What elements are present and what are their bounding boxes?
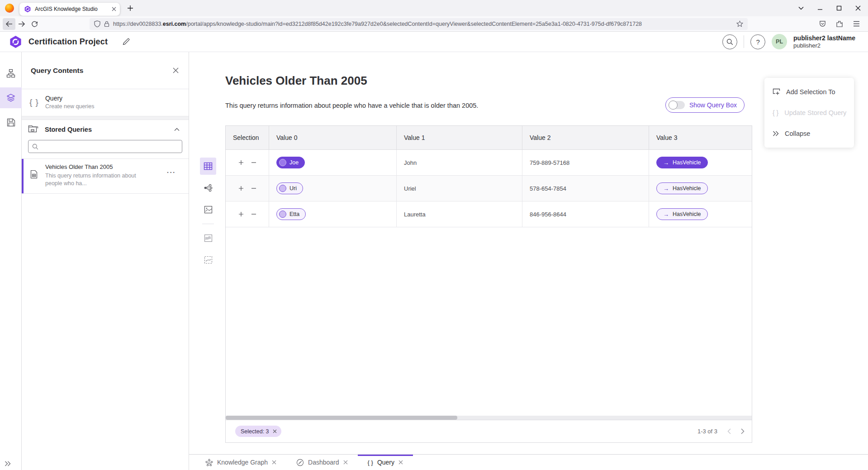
remove-from-selection-minus-icon[interactable]	[251, 211, 256, 217]
add-to-selection-plus-icon[interactable]	[238, 211, 244, 217]
rail-item-saved[interactable]	[0, 112, 22, 133]
user-subtitle: publisher2	[793, 42, 855, 49]
panel-close-icon[interactable]	[173, 67, 179, 73]
tab-label: Knowledge Graph	[217, 459, 268, 466]
stored-query-item[interactable]: Vehicles Older Than 2005 This query retu…	[22, 158, 189, 194]
entity-pill[interactable]: Joe	[276, 157, 305, 168]
query-item[interactable]: { } Query Create new queries	[22, 89, 189, 116]
tab-dashboard[interactable]: Dashboard	[286, 455, 358, 470]
add-to-selection-plus-icon[interactable]	[238, 160, 244, 165]
hierarchy-icon	[6, 69, 15, 78]
table-empty-area	[226, 227, 752, 416]
main-content: Vehicles Older Than 2005 This query retu…	[189, 52, 868, 454]
menu-hamburger-icon[interactable]	[853, 21, 860, 27]
link-analysis-icon	[204, 184, 213, 192]
pocket-save-icon[interactable]	[819, 20, 826, 27]
clear-selection-icon[interactable]	[273, 429, 277, 433]
relationship-pill-label: HasVehicle	[673, 185, 701, 192]
relationship-pill[interactable]: → HasVehicle	[656, 157, 708, 168]
new-tab-button[interactable]	[127, 5, 133, 11]
url-bar[interactable]: https://dev0028833.esri.com/portal/apps/…	[90, 18, 748, 30]
stored-queries-title: Stored Queries	[45, 126, 174, 133]
header-divider	[744, 35, 744, 48]
tab-close-icon[interactable]	[272, 460, 276, 465]
selected-count-label: Selected: 3	[241, 428, 269, 435]
layers-icon	[6, 93, 15, 102]
selection-map-icon	[204, 256, 213, 264]
relationship-arrow-icon: →	[663, 159, 669, 166]
forward-button[interactable]	[15, 18, 28, 30]
window-close-button[interactable]	[855, 5, 861, 11]
window-minimize-button[interactable]	[817, 5, 823, 11]
view-map-button[interactable]	[200, 201, 216, 218]
extensions-puzzle-icon[interactable]	[836, 20, 843, 28]
remove-from-selection-minus-icon[interactable]	[251, 160, 256, 165]
project-title: Certification Project	[28, 37, 108, 47]
rail-item-contents[interactable]	[0, 87, 22, 108]
scrollbar-thumb[interactable]	[226, 416, 457, 420]
stored-query-description: This query returns information about peo…	[45, 172, 152, 187]
edit-project-pencil-icon[interactable]	[122, 38, 130, 46]
column-header-value1: Value 1	[397, 126, 522, 149]
view-table-button[interactable]	[200, 158, 216, 175]
menu-item-add-selection-to[interactable]: Add Selection To	[764, 82, 854, 102]
arcgis-favicon-icon	[24, 5, 31, 13]
entity-pill[interactable]: Etta	[276, 208, 306, 220]
page-prev-chevron-icon	[727, 428, 731, 434]
context-menu: Add Selection To { } Update Stored Query…	[764, 78, 854, 148]
menu-item-update-stored-query: { } Update Stored Query	[764, 102, 854, 123]
collapse-section-chevron-icon[interactable]	[174, 128, 180, 131]
list-tabs-chevron-button[interactable]	[798, 6, 804, 10]
toggle-switch[interactable]	[669, 101, 685, 109]
bookmark-star-icon[interactable]	[736, 20, 743, 27]
browser-nav-bar: https://dev0028833.esri.com/portal/apps/…	[0, 16, 868, 32]
back-button[interactable]	[3, 18, 15, 30]
entity-pill[interactable]: Uri	[276, 182, 303, 194]
column-header-value2: Value 2	[522, 126, 649, 149]
map-layers-icon	[204, 234, 213, 242]
show-query-box-toggle[interactable]: Show Query Box	[665, 97, 745, 113]
tab-title: ArcGIS Knowledge Studio	[35, 6, 108, 12]
browser-tab[interactable]: ArcGIS Knowledge Studio	[19, 3, 120, 16]
tab-label: Dashboard	[308, 459, 339, 466]
rail-item-data-model[interactable]	[0, 63, 22, 84]
relationship-pill-label: HasVehicle	[673, 211, 701, 217]
table-row: Uri Uriel 578-654-7854 → HasVehicle	[226, 176, 752, 201]
view-new-map-button[interactable]	[200, 230, 216, 247]
query-contents-panel: Query Contents { } Query Create new quer…	[22, 52, 189, 470]
tracking-shield-icon[interactable]	[94, 20, 100, 27]
firefox-icon[interactable]	[5, 4, 14, 13]
tab-close-button[interactable]	[112, 7, 116, 11]
expand-rail-button[interactable]	[0, 461, 22, 466]
avatar[interactable]: PL	[772, 34, 787, 49]
table-row: Etta Lauretta 846-956-8644 → HasVehicle	[226, 201, 752, 227]
window-maximize-button[interactable]	[836, 5, 842, 11]
user-menu[interactable]: publisher2 lastName publisher2	[793, 34, 855, 49]
tab-knowledge-graph[interactable]: Knowledge Graph	[195, 455, 286, 470]
relationship-pill[interactable]: → HasVehicle	[656, 208, 708, 220]
tab-close-icon[interactable]	[343, 460, 348, 465]
remove-from-selection-minus-icon[interactable]	[251, 186, 256, 191]
tab-close-icon[interactable]	[398, 460, 403, 465]
tab-label: Query	[377, 459, 394, 466]
panel-title: Query Contents	[31, 67, 83, 75]
cell-value2: 759-889-57168	[530, 159, 569, 166]
table-row: Joe John 759-889-57168 → HasVehicle	[226, 150, 752, 176]
page-next-chevron-icon[interactable]	[741, 428, 745, 434]
search-input[interactable]	[41, 143, 178, 150]
item-options-ellipsis-icon[interactable]: ···	[167, 169, 176, 176]
menu-item-collapse[interactable]: Collapse	[764, 123, 854, 144]
relationship-pill[interactable]: → HasVehicle	[656, 182, 708, 194]
add-to-selection-plus-icon[interactable]	[238, 186, 244, 191]
search-button[interactable]	[722, 34, 737, 49]
reload-button[interactable]	[28, 18, 41, 30]
lock-icon[interactable]	[104, 21, 109, 27]
view-link-chart-button[interactable]	[200, 179, 216, 197]
cell-value2: 578-654-7854	[530, 185, 566, 192]
cell-value1: Uriel	[404, 185, 416, 192]
tab-query[interactable]: { } Query	[358, 455, 413, 470]
view-selection-map-button[interactable]	[200, 251, 216, 269]
user-name: publisher2 lastName	[793, 34, 855, 42]
knowledge-studio-logo	[9, 35, 22, 48]
help-button[interactable]: ?	[750, 34, 765, 49]
